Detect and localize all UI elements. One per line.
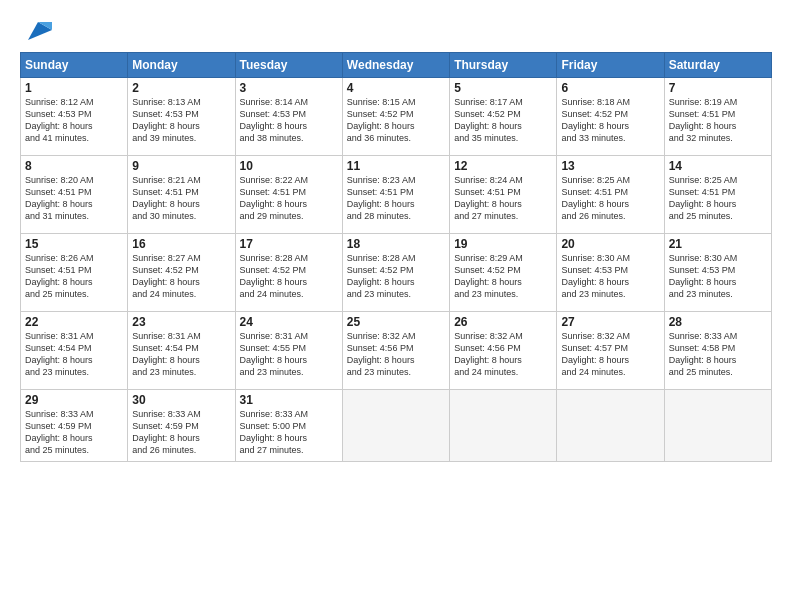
calendar-cell: 14Sunrise: 8:25 AM Sunset: 4:51 PM Dayli… bbox=[664, 156, 771, 234]
day-number: 31 bbox=[240, 393, 338, 407]
calendar-cell: 23Sunrise: 8:31 AM Sunset: 4:54 PM Dayli… bbox=[128, 312, 235, 390]
calendar-cell: 1Sunrise: 8:12 AM Sunset: 4:53 PM Daylig… bbox=[21, 78, 128, 156]
cell-info: Sunrise: 8:27 AM Sunset: 4:52 PM Dayligh… bbox=[132, 252, 230, 301]
cell-info: Sunrise: 8:29 AM Sunset: 4:52 PM Dayligh… bbox=[454, 252, 552, 301]
calendar-cell: 9Sunrise: 8:21 AM Sunset: 4:51 PM Daylig… bbox=[128, 156, 235, 234]
cell-info: Sunrise: 8:31 AM Sunset: 4:54 PM Dayligh… bbox=[25, 330, 123, 379]
cell-info: Sunrise: 8:23 AM Sunset: 4:51 PM Dayligh… bbox=[347, 174, 445, 223]
calendar-cell: 11Sunrise: 8:23 AM Sunset: 4:51 PM Dayli… bbox=[342, 156, 449, 234]
cell-info: Sunrise: 8:31 AM Sunset: 4:54 PM Dayligh… bbox=[132, 330, 230, 379]
calendar-cell: 19Sunrise: 8:29 AM Sunset: 4:52 PM Dayli… bbox=[450, 234, 557, 312]
calendar-cell: 30Sunrise: 8:33 AM Sunset: 4:59 PM Dayli… bbox=[128, 390, 235, 462]
calendar-cell: 15Sunrise: 8:26 AM Sunset: 4:51 PM Dayli… bbox=[21, 234, 128, 312]
calendar-cell: 29Sunrise: 8:33 AM Sunset: 4:59 PM Dayli… bbox=[21, 390, 128, 462]
calendar-cell: 20Sunrise: 8:30 AM Sunset: 4:53 PM Dayli… bbox=[557, 234, 664, 312]
cell-info: Sunrise: 8:25 AM Sunset: 4:51 PM Dayligh… bbox=[669, 174, 767, 223]
weekday-header-monday: Monday bbox=[128, 53, 235, 78]
weekday-header-tuesday: Tuesday bbox=[235, 53, 342, 78]
day-number: 29 bbox=[25, 393, 123, 407]
cell-info: Sunrise: 8:24 AM Sunset: 4:51 PM Dayligh… bbox=[454, 174, 552, 223]
day-number: 27 bbox=[561, 315, 659, 329]
calendar-cell: 17Sunrise: 8:28 AM Sunset: 4:52 PM Dayli… bbox=[235, 234, 342, 312]
day-number: 20 bbox=[561, 237, 659, 251]
logo-icon bbox=[24, 16, 52, 44]
calendar-cell: 12Sunrise: 8:24 AM Sunset: 4:51 PM Dayli… bbox=[450, 156, 557, 234]
cell-info: Sunrise: 8:12 AM Sunset: 4:53 PM Dayligh… bbox=[25, 96, 123, 145]
day-number: 23 bbox=[132, 315, 230, 329]
cell-info: Sunrise: 8:26 AM Sunset: 4:51 PM Dayligh… bbox=[25, 252, 123, 301]
calendar-cell bbox=[450, 390, 557, 462]
day-number: 16 bbox=[132, 237, 230, 251]
calendar-cell: 8Sunrise: 8:20 AM Sunset: 4:51 PM Daylig… bbox=[21, 156, 128, 234]
weekday-header-friday: Friday bbox=[557, 53, 664, 78]
day-number: 4 bbox=[347, 81, 445, 95]
cell-info: Sunrise: 8:21 AM Sunset: 4:51 PM Dayligh… bbox=[132, 174, 230, 223]
calendar-cell: 2Sunrise: 8:13 AM Sunset: 4:53 PM Daylig… bbox=[128, 78, 235, 156]
cell-info: Sunrise: 8:19 AM Sunset: 4:51 PM Dayligh… bbox=[669, 96, 767, 145]
calendar-cell: 3Sunrise: 8:14 AM Sunset: 4:53 PM Daylig… bbox=[235, 78, 342, 156]
day-number: 8 bbox=[25, 159, 123, 173]
calendar-cell bbox=[557, 390, 664, 462]
day-number: 25 bbox=[347, 315, 445, 329]
cell-info: Sunrise: 8:30 AM Sunset: 4:53 PM Dayligh… bbox=[561, 252, 659, 301]
cell-info: Sunrise: 8:18 AM Sunset: 4:52 PM Dayligh… bbox=[561, 96, 659, 145]
day-number: 30 bbox=[132, 393, 230, 407]
calendar-cell: 21Sunrise: 8:30 AM Sunset: 4:53 PM Dayli… bbox=[664, 234, 771, 312]
day-number: 13 bbox=[561, 159, 659, 173]
cell-info: Sunrise: 8:22 AM Sunset: 4:51 PM Dayligh… bbox=[240, 174, 338, 223]
cell-info: Sunrise: 8:17 AM Sunset: 4:52 PM Dayligh… bbox=[454, 96, 552, 145]
cell-info: Sunrise: 8:33 AM Sunset: 4:59 PM Dayligh… bbox=[25, 408, 123, 457]
weekday-header-wednesday: Wednesday bbox=[342, 53, 449, 78]
day-number: 2 bbox=[132, 81, 230, 95]
calendar-cell: 13Sunrise: 8:25 AM Sunset: 4:51 PM Dayli… bbox=[557, 156, 664, 234]
calendar-cell: 18Sunrise: 8:28 AM Sunset: 4:52 PM Dayli… bbox=[342, 234, 449, 312]
cell-info: Sunrise: 8:31 AM Sunset: 4:55 PM Dayligh… bbox=[240, 330, 338, 379]
day-number: 28 bbox=[669, 315, 767, 329]
page: SundayMondayTuesdayWednesdayThursdayFrid… bbox=[0, 0, 792, 612]
calendar-cell: 7Sunrise: 8:19 AM Sunset: 4:51 PM Daylig… bbox=[664, 78, 771, 156]
logo-text bbox=[20, 16, 52, 44]
calendar: SundayMondayTuesdayWednesdayThursdayFrid… bbox=[20, 52, 772, 462]
day-number: 14 bbox=[669, 159, 767, 173]
day-number: 15 bbox=[25, 237, 123, 251]
cell-info: Sunrise: 8:25 AM Sunset: 4:51 PM Dayligh… bbox=[561, 174, 659, 223]
cell-info: Sunrise: 8:33 AM Sunset: 4:58 PM Dayligh… bbox=[669, 330, 767, 379]
calendar-cell: 31Sunrise: 8:33 AM Sunset: 5:00 PM Dayli… bbox=[235, 390, 342, 462]
cell-info: Sunrise: 8:13 AM Sunset: 4:53 PM Dayligh… bbox=[132, 96, 230, 145]
cell-info: Sunrise: 8:33 AM Sunset: 4:59 PM Dayligh… bbox=[132, 408, 230, 457]
calendar-cell: 5Sunrise: 8:17 AM Sunset: 4:52 PM Daylig… bbox=[450, 78, 557, 156]
calendar-cell: 25Sunrise: 8:32 AM Sunset: 4:56 PM Dayli… bbox=[342, 312, 449, 390]
day-number: 18 bbox=[347, 237, 445, 251]
cell-info: Sunrise: 8:32 AM Sunset: 4:56 PM Dayligh… bbox=[454, 330, 552, 379]
cell-info: Sunrise: 8:30 AM Sunset: 4:53 PM Dayligh… bbox=[669, 252, 767, 301]
calendar-cell: 10Sunrise: 8:22 AM Sunset: 4:51 PM Dayli… bbox=[235, 156, 342, 234]
calendar-cell: 28Sunrise: 8:33 AM Sunset: 4:58 PM Dayli… bbox=[664, 312, 771, 390]
weekday-header-row: SundayMondayTuesdayWednesdayThursdayFrid… bbox=[21, 53, 772, 78]
cell-info: Sunrise: 8:32 AM Sunset: 4:57 PM Dayligh… bbox=[561, 330, 659, 379]
day-number: 7 bbox=[669, 81, 767, 95]
day-number: 26 bbox=[454, 315, 552, 329]
day-number: 21 bbox=[669, 237, 767, 251]
day-number: 19 bbox=[454, 237, 552, 251]
cell-info: Sunrise: 8:15 AM Sunset: 4:52 PM Dayligh… bbox=[347, 96, 445, 145]
calendar-cell bbox=[342, 390, 449, 462]
day-number: 5 bbox=[454, 81, 552, 95]
calendar-cell: 26Sunrise: 8:32 AM Sunset: 4:56 PM Dayli… bbox=[450, 312, 557, 390]
calendar-cell bbox=[664, 390, 771, 462]
calendar-cell: 6Sunrise: 8:18 AM Sunset: 4:52 PM Daylig… bbox=[557, 78, 664, 156]
calendar-cell: 22Sunrise: 8:31 AM Sunset: 4:54 PM Dayli… bbox=[21, 312, 128, 390]
logo bbox=[20, 16, 52, 44]
day-number: 12 bbox=[454, 159, 552, 173]
day-number: 1 bbox=[25, 81, 123, 95]
day-number: 6 bbox=[561, 81, 659, 95]
week-row-2: 8Sunrise: 8:20 AM Sunset: 4:51 PM Daylig… bbox=[21, 156, 772, 234]
day-number: 11 bbox=[347, 159, 445, 173]
weekday-header-saturday: Saturday bbox=[664, 53, 771, 78]
day-number: 10 bbox=[240, 159, 338, 173]
header bbox=[20, 16, 772, 44]
cell-info: Sunrise: 8:28 AM Sunset: 4:52 PM Dayligh… bbox=[347, 252, 445, 301]
weekday-header-thursday: Thursday bbox=[450, 53, 557, 78]
day-number: 17 bbox=[240, 237, 338, 251]
calendar-cell: 16Sunrise: 8:27 AM Sunset: 4:52 PM Dayli… bbox=[128, 234, 235, 312]
day-number: 3 bbox=[240, 81, 338, 95]
